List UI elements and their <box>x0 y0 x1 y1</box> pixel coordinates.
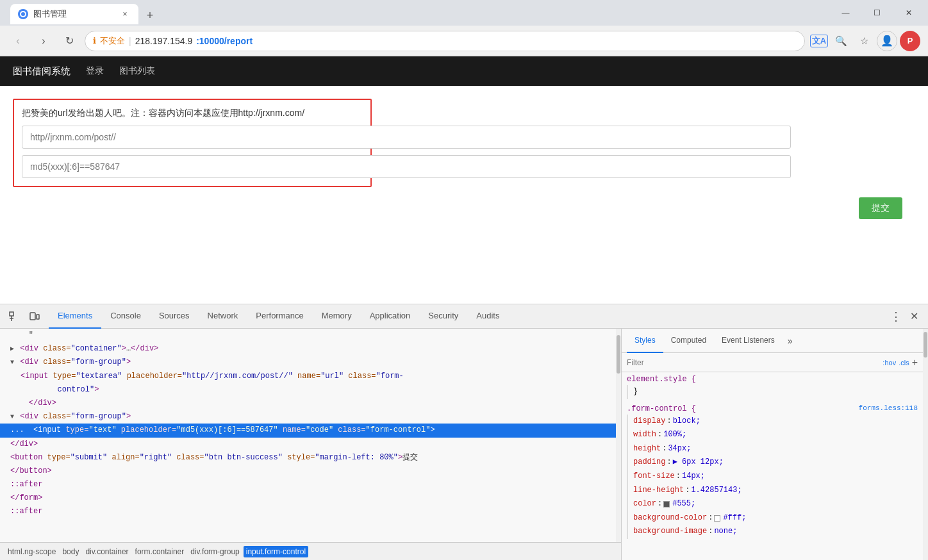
app-brand: 图书借阅系统 <box>13 65 70 78</box>
breadcrumb-item-form-container[interactable]: form.container <box>133 546 187 557</box>
dom-line[interactable]: <button type="submit" align="right" clas… <box>0 451 616 465</box>
tab-elements[interactable]: Elements <box>49 304 101 329</box>
svg-rect-3 <box>30 313 35 320</box>
dom-attr: class= <box>348 372 376 381</box>
dom-line[interactable]: ▶ <div class="container">…</div> <box>0 342 616 356</box>
submit-row: 提交 <box>13 197 915 219</box>
dom-line[interactable]: <input type="textarea" placeholder="http… <box>0 370 616 383</box>
form-label: 把赞美的url发给出题人吧。注：容器内访问本题应使用http://jrxnm.c… <box>22 108 363 119</box>
back-button[interactable]: ‹ <box>8 31 28 51</box>
dom-attr-val: "http//jrxnm.com/post//" <box>182 372 293 381</box>
styles-filter-input[interactable] <box>627 358 880 367</box>
tab-memory[interactable]: Memory <box>313 304 361 329</box>
style-line-display: display: block; <box>633 415 918 429</box>
styles-tab-computed[interactable]: Computed <box>663 329 714 353</box>
code-input[interactable] <box>22 155 791 178</box>
style-line-lineheight: line-height: 1.42857143; <box>633 484 918 498</box>
tab-audits[interactable]: Audits <box>467 304 508 329</box>
inspect-element-button[interactable] <box>5 308 23 325</box>
breadcrumb-item-body[interactable]: body <box>60 546 81 557</box>
dom-tag: > <box>126 412 131 421</box>
dom-tag: > <box>122 344 126 353</box>
style-prop: padding <box>633 456 665 470</box>
color-swatch-555[interactable] <box>663 501 670 507</box>
dom-tag: <div <box>20 358 43 366</box>
dom-attr-val: "container" <box>70 344 121 353</box>
tab-security[interactable]: Security <box>419 304 467 329</box>
styles-tab-styles[interactable]: Styles <box>627 329 663 353</box>
url-bar[interactable]: ℹ 不安全 | 218.197.154.9 :10000/report <box>85 31 805 51</box>
style-line-fontsize: font-size: 14px; <box>633 470 918 484</box>
tab-close-button[interactable]: × <box>119 8 131 20</box>
dom-scrollbar[interactable] <box>616 329 621 542</box>
breadcrumb-item-div-form-group[interactable]: div.form-group <box>188 546 242 557</box>
style-source[interactable]: forms.less:118 <box>859 404 918 412</box>
styles-tab-event-listeners[interactable]: Event Listeners <box>714 329 783 353</box>
dom-line: </div> <box>0 397 616 410</box>
tab-application[interactable]: Application <box>361 304 420 329</box>
extensions-button[interactable]: P <box>900 31 920 51</box>
forward-button[interactable]: › <box>33 31 54 51</box>
dom-attr: class= <box>333 425 365 434</box>
bookmark-button[interactable]: ☆ <box>854 31 874 51</box>
device-toolbar-button[interactable] <box>26 308 44 325</box>
styles-filter-pseudo[interactable]: :hov <box>882 359 896 366</box>
styles-filter-add[interactable]: + <box>912 357 918 368</box>
dom-attr-val: "form-group" <box>70 358 126 366</box>
nav-booklist[interactable]: 图书列表 <box>119 65 155 77</box>
dom-content[interactable]: " ▶ <div class="container">…</div> ▼ <di… <box>0 329 616 542</box>
dom-attr-val: "right" <box>140 453 172 462</box>
tab-performance[interactable]: Performance <box>247 304 312 329</box>
maximize-button[interactable]: ☐ <box>863 0 891 26</box>
dom-line-selected[interactable]: ... <input type="text" placeholder="md5(… <box>0 424 616 437</box>
breadcrumb-item-div-container[interactable]: div.container <box>83 546 131 557</box>
submit-button[interactable]: 提交 <box>859 197 902 219</box>
style-block: } <box>627 385 918 399</box>
color-swatch-fff[interactable] <box>714 515 720 522</box>
dom-line[interactable]: ▼ <div class="form-group"> <box>0 356 616 369</box>
svg-rect-0 <box>10 312 13 316</box>
profile-button[interactable]: 👤 <box>877 31 897 51</box>
dom-attr-val3: "code" <box>306 425 333 434</box>
tab-title: 图书管理 <box>33 8 114 20</box>
url-input[interactable] <box>22 126 791 149</box>
styles-scrollbar[interactable] <box>923 329 928 560</box>
dom-text: 提交 <box>402 453 418 462</box>
inspect-icon <box>9 311 19 322</box>
tab-console[interactable]: Console <box>101 304 150 329</box>
close-button[interactable]: ✕ <box>894 0 923 26</box>
dom-line: ::after <box>0 478 616 491</box>
style-colon: : <box>676 470 681 484</box>
reload-button[interactable]: ↻ <box>59 31 79 51</box>
svg-rect-4 <box>37 315 39 319</box>
minimize-button[interactable]: — <box>831 0 860 26</box>
styles-tab-more[interactable]: » <box>783 336 798 346</box>
translate-button[interactable]: 文A <box>810 35 828 47</box>
nav-login[interactable]: 登录 <box>86 65 104 77</box>
new-tab-button[interactable]: + <box>141 6 159 24</box>
dom-tag: > <box>126 358 131 366</box>
style-prop: display <box>633 415 665 429</box>
expand-arrow[interactable]: ▶ <box>10 345 14 352</box>
breadcrumb-item-input-active[interactable]: input.form-control <box>244 546 308 557</box>
styles-filter-cls[interactable]: .cls <box>899 359 909 366</box>
devtools-close-button[interactable]: ✕ <box>905 308 923 325</box>
title-bar: 图书管理 × + — ☐ ✕ <box>0 0 928 26</box>
dom-attr: class= <box>43 412 70 421</box>
styles-content[interactable]: element.style { } <box>622 372 923 560</box>
browser-tab[interactable]: 图书管理 × <box>10 4 138 24</box>
devtools-menu-button[interactable]: ⋮ <box>887 308 905 325</box>
url-host: 218.197.154.9 <box>135 36 193 46</box>
style-prop: background-color <box>633 511 707 525</box>
tab-network[interactable]: Network <box>199 304 247 329</box>
forward-icon: › <box>42 35 45 47</box>
dom-line[interactable]: ▼ <div class="form-group"> <box>0 410 616 424</box>
tab-sources[interactable]: Sources <box>150 304 199 329</box>
breadcrumb-item-html[interactable]: html.ng-scope <box>5 546 58 557</box>
form-wrapper: 把赞美的url发给出题人吧。注：容器内访问本题应使用http://jrxnm.c… <box>13 99 915 219</box>
insecure-icon: ℹ <box>93 36 96 45</box>
expand-arrow[interactable]: ▼ <box>10 413 14 420</box>
dom-scroll-thumb <box>617 335 620 374</box>
expand-arrow[interactable]: ▼ <box>10 359 14 366</box>
zoom-button[interactable]: 🔍 <box>831 31 851 51</box>
